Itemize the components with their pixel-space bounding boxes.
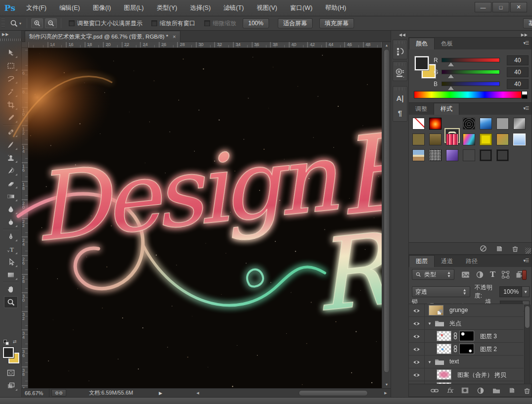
panel-menu-icon[interactable]: ▾☰ — [523, 41, 529, 45]
scroll-up-icon[interactable]: ▲ — [382, 42, 391, 48]
opacity-value-field[interactable]: 100% — [499, 286, 522, 297]
visibility-toggle[interactable] — [409, 368, 425, 381]
menu-layer[interactable]: 图层(L) — [117, 0, 150, 16]
style-swatch[interactable] — [513, 118, 526, 130]
scroll-down-icon[interactable]: ▼ — [382, 381, 391, 387]
blue-slider[interactable] — [442, 82, 500, 86]
spectrum-white-swatch[interactable] — [522, 91, 528, 95]
scroll-left-icon[interactable]: ◀ — [195, 390, 201, 397]
add-mask-icon[interactable] — [461, 387, 469, 394]
collapse-dock-icon[interactable]: ◀◀ — [399, 33, 406, 37]
collapse-panels-icon[interactable]: ▶▶ — [521, 33, 528, 37]
zoom-100-button[interactable]: 100% — [243, 18, 269, 28]
zoom-tool[interactable] — [4, 296, 18, 308]
layer-thumbnail[interactable] — [437, 344, 451, 354]
filter-image-layers-icon[interactable] — [461, 271, 470, 278]
tab-color[interactable]: 颜色 — [409, 38, 435, 49]
menu-edit[interactable]: 编辑(E) — [53, 0, 87, 16]
delete-style-icon[interactable] — [512, 245, 519, 252]
layer-thumbnail[interactable] — [437, 369, 451, 380]
status-menu-arrow-icon[interactable]: ▶ — [159, 391, 162, 396]
new-style-icon[interactable] — [496, 245, 503, 252]
type-tool[interactable]: T — [4, 243, 18, 255]
pen-tool[interactable] — [4, 230, 18, 242]
delete-layer-icon[interactable] — [524, 387, 531, 394]
layer-style-fx-icon[interactable]: fx — [447, 387, 453, 394]
fit-screen-button[interactable]: 适合屏幕 — [278, 18, 312, 28]
style-swatch[interactable] — [463, 149, 475, 161]
layer-row[interactable]: 图层 2 — [409, 343, 524, 356]
green-slider-thumb[interactable] — [448, 74, 454, 78]
workspace-switcher-button[interactable]: 基 — [521, 18, 532, 29]
layer-mask-thumbnail[interactable] — [459, 344, 474, 354]
style-swatch[interactable] — [412, 134, 425, 145]
color-spectrum-ramp[interactable] — [414, 91, 522, 98]
layer-row-grunge[interactable]: grunge — [409, 304, 524, 317]
clear-style-icon[interactable] — [480, 245, 487, 252]
green-value-field[interactable]: 40 — [507, 67, 529, 77]
blur-tool[interactable] — [4, 203, 18, 215]
style-swatch[interactable] — [446, 134, 458, 145]
green-slider[interactable] — [442, 70, 500, 74]
tab-adjustments[interactable]: 调整 — [409, 103, 434, 115]
new-adjustment-layer-icon[interactable] — [477, 387, 484, 394]
rectangle-shape-tool[interactable] — [4, 269, 18, 281]
menu-help[interactable]: 帮助(H) — [319, 0, 353, 16]
new-layer-icon[interactable] — [509, 387, 515, 394]
menu-select[interactable]: 选择(S) — [183, 0, 217, 16]
swap-colors-icon[interactable]: ⇄ — [13, 339, 17, 344]
layer-mask-thumbnail[interactable] — [459, 331, 474, 341]
history-panel-icon[interactable] — [393, 44, 407, 59]
filter-adjustment-layers-icon[interactable] — [476, 271, 484, 278]
hand-tool[interactable] — [4, 283, 18, 295]
zoom-all-windows-checkbox[interactable]: 缩放所有窗口 — [151, 19, 195, 28]
blue-value-field[interactable]: 40 — [507, 79, 529, 89]
screen-mode-button[interactable] — [4, 380, 18, 392]
vertical-scrollbar[interactable]: ▲ ▼ — [382, 42, 391, 388]
character-panel-icon[interactable]: A| — [393, 90, 407, 105]
maximize-button[interactable]: □ — [492, 2, 509, 12]
layer-row-group[interactable]: ▼ 光点 — [409, 317, 524, 330]
new-group-icon[interactable] — [492, 388, 500, 394]
layer-thumbnail[interactable] — [429, 305, 443, 315]
visibility-toggle[interactable] — [409, 356, 425, 368]
paragraph-panel-icon[interactable]: ¶ — [393, 105, 407, 120]
mask-link-icon[interactable] — [453, 345, 457, 355]
style-swatch[interactable] — [480, 134, 492, 145]
visibility-toggle[interactable] — [409, 317, 425, 330]
history-brush-tool[interactable] — [4, 165, 18, 177]
tab-channels[interactable]: 通道 — [435, 255, 459, 267]
layer-row[interactable]: 图层 3 — [409, 330, 524, 343]
layers-scroll-thumb[interactable] — [525, 306, 530, 328]
filter-type-layers-icon[interactable]: T — [490, 270, 495, 279]
tab-paths[interactable]: 路径 — [459, 255, 484, 267]
visibility-toggle[interactable] — [409, 330, 425, 343]
visibility-toggle[interactable] — [409, 304, 425, 317]
layers-scrollbar[interactable] — [524, 305, 531, 391]
zoom-level-field[interactable]: 66.67% — [22, 389, 49, 398]
layer-row-group[interactable]: ▼ text — [409, 356, 524, 368]
style-swatch[interactable] — [412, 149, 425, 161]
menu-filter[interactable]: 滤镜(T) — [217, 0, 250, 16]
tab-close-icon[interactable]: × — [173, 34, 176, 40]
menu-window[interactable]: 窗口(W) — [284, 0, 319, 16]
resize-windows-checkbox[interactable]: 调整窗口大小以满屏显示 — [69, 19, 142, 28]
panel-menu-icon[interactable]: ▾☰ — [523, 106, 529, 111]
mask-link-icon[interactable] — [453, 332, 457, 342]
direct-selection-tool[interactable] — [4, 256, 18, 268]
group-expand-icon[interactable]: ▼ — [428, 360, 432, 364]
zoom-out-button[interactable] — [45, 18, 57, 28]
spectrum-black-swatch[interactable] — [522, 95, 528, 99]
style-swatch[interactable] — [480, 149, 492, 161]
style-swatch[interactable] — [496, 149, 509, 161]
red-slider[interactable] — [442, 58, 500, 62]
red-slider-thumb[interactable] — [448, 62, 454, 66]
style-swatch[interactable] — [429, 134, 442, 145]
layer-thumbnail[interactable] — [437, 331, 451, 341]
horizontal-scroll-thumb[interactable] — [299, 390, 368, 396]
menu-type[interactable]: 类型(Y) — [150, 0, 184, 16]
properties-panel-icon[interactable] — [393, 66, 407, 81]
foreground-color-swatch[interactable] — [3, 347, 14, 358]
style-swatch[interactable] — [429, 149, 442, 161]
document-canvas[interactable]: Design B Ra — [28, 48, 382, 388]
